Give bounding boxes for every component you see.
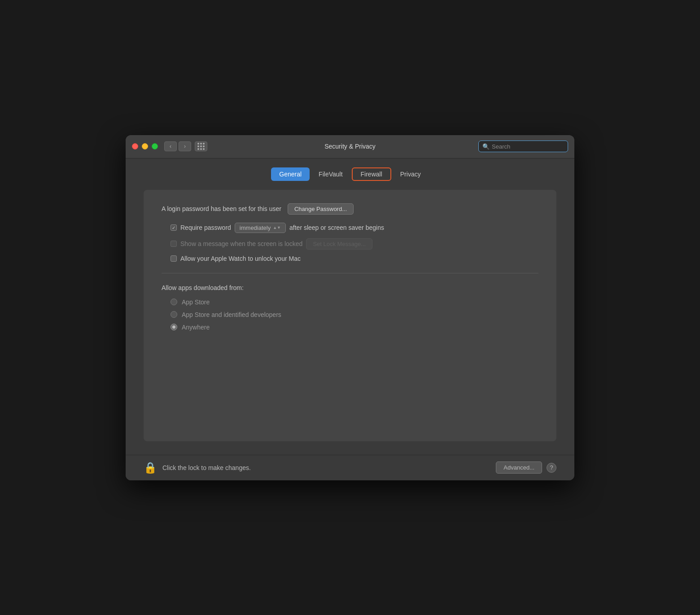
tab-filevault[interactable]: FileVault [311, 167, 350, 181]
login-password-label: A login password has been set for this u… [162, 205, 281, 212]
close-button[interactable] [132, 143, 138, 149]
main-window: ‹ › Security & Privacy 🔍 General FileVau… [126, 135, 574, 480]
back-button[interactable]: ‹ [164, 141, 177, 151]
titlebar: ‹ › Security & Privacy 🔍 [126, 135, 574, 158]
tab-privacy[interactable]: Privacy [392, 167, 429, 181]
anywhere-label: Anywhere [182, 324, 210, 331]
radio-app-store-identified: App Store and identified developers [171, 311, 538, 318]
apple-watch-row: Allow your Apple Watch to unlock your Ma… [171, 255, 538, 262]
radio-anywhere: Anywhere [171, 324, 538, 331]
password-row: A login password has been set for this u… [162, 203, 538, 215]
search-icon: 🔍 [482, 143, 490, 150]
radio-app-store: App Store [171, 299, 538, 306]
maximize-button[interactable] [152, 143, 158, 149]
show-message-label: Show a message when the screen is locked [180, 240, 302, 247]
search-input[interactable] [492, 143, 564, 150]
anywhere-radio[interactable] [171, 324, 177, 330]
change-password-button[interactable]: Change Password... [288, 203, 354, 215]
nav-buttons: ‹ › [164, 141, 207, 151]
show-message-checkbox[interactable] [171, 241, 177, 247]
tab-general[interactable]: General [271, 167, 310, 181]
grid-button[interactable] [195, 141, 207, 151]
divider [162, 273, 538, 273]
require-password-checkbox[interactable] [171, 224, 177, 231]
app-store-identified-label: App Store and identified developers [182, 311, 281, 318]
app-store-identified-radio[interactable] [171, 311, 177, 318]
after-sleep-label: after sleep or screen saver begins [289, 224, 384, 231]
footer-right: Advanced... ? [496, 461, 556, 474]
app-store-radio[interactable] [171, 299, 177, 305]
require-password-label: Require password [180, 224, 231, 231]
content-area: General FileVault Firewall Privacy A log… [126, 158, 574, 455]
minimize-button[interactable] [142, 143, 148, 149]
apple-watch-checkbox[interactable] [171, 255, 177, 262]
lock-icon[interactable]: 🔒 [144, 461, 157, 474]
dropdown-arrow-icon: ▲▼ [273, 225, 281, 230]
lock-text: Click the lock to make changes. [162, 464, 251, 471]
immediately-value: immediately [240, 224, 271, 231]
show-message-row: Show a message when the screen is locked… [171, 238, 538, 250]
search-box[interactable]: 🔍 [478, 141, 568, 152]
advanced-button[interactable]: Advanced... [496, 461, 542, 474]
forward-button[interactable]: › [179, 141, 191, 151]
tab-firewall[interactable]: Firewall [352, 167, 391, 181]
app-store-label: App Store [182, 299, 210, 306]
apple-watch-label: Allow your Apple Watch to unlock your Ma… [180, 255, 301, 262]
footer: 🔒 Click the lock to make changes. Advanc… [126, 455, 574, 480]
require-password-row: Require password immediately ▲▼ after sl… [171, 223, 538, 233]
set-lock-message-button[interactable]: Set Lock Message... [306, 238, 372, 250]
allow-apps-label: Allow apps downloaded from: [162, 284, 538, 291]
immediately-dropdown[interactable]: immediately ▲▼ [235, 223, 286, 233]
traffic-lights [132, 143, 158, 149]
window-title: Security & Privacy [324, 143, 376, 150]
inner-panel: A login password has been set for this u… [144, 190, 556, 441]
help-button[interactable]: ? [547, 463, 556, 473]
tabs-row: General FileVault Firewall Privacy [144, 167, 556, 181]
